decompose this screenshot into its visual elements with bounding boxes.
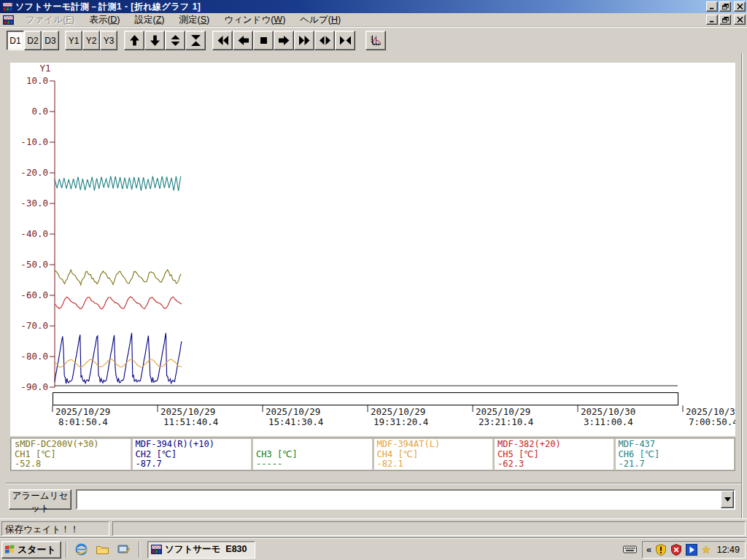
trace-ch2 <box>55 333 182 384</box>
stop-button[interactable] <box>253 31 274 50</box>
menu-s[interactable]: 測定(S) <box>172 12 217 28</box>
svg-text:-40.0: -40.0 <box>20 228 48 239</box>
shield-error-icon[interactable] <box>670 544 682 556</box>
menu-f[interactable]: ファイル(F) <box>18 12 82 28</box>
svg-text:2025/10/29: 2025/10/29 <box>476 406 530 417</box>
svg-text:7:00:50.4: 7:00:50.4 <box>689 416 735 427</box>
status-panel-secondary <box>112 521 746 536</box>
client-area: Y110.00.0-10.0-20.0-30.0-40.0-50.0-60.0-… <box>0 53 747 518</box>
legend-name: sMDF-DC200V(+30) <box>15 440 128 450</box>
child-close-button[interactable] <box>734 15 746 25</box>
legend-value: -62.3 <box>498 459 611 470</box>
star-icon[interactable]: ★ <box>701 543 711 556</box>
folder-icon[interactable] <box>96 542 110 557</box>
app-icon <box>2 1 13 12</box>
window-title: ソフトサーモ計測－計測1 - [折れ線グラフ 1] <box>15 1 706 13</box>
legend-cell-ch3: CH3 [℃]----- <box>253 439 372 470</box>
keyboard-icon[interactable] <box>623 545 637 555</box>
menu-w[interactable]: ウィンドウ(W) <box>217 12 293 28</box>
legend-value: -21.7 <box>619 459 732 470</box>
svg-text:2025/10/29: 2025/10/29 <box>160 406 215 417</box>
status-message: 保存ウェイト！！ <box>1 521 109 536</box>
alarm-combo-value[interactable] <box>77 491 721 508</box>
media-play-icon[interactable] <box>686 544 697 556</box>
trace-ch4 <box>55 359 182 368</box>
window-controls <box>706 1 746 12</box>
combo-dropdown-button[interactable] <box>721 491 734 508</box>
toolbar-button-y2[interactable]: Y2 <box>82 31 100 50</box>
legend-value: -82.1 <box>377 459 490 470</box>
up-arrow-button[interactable] <box>124 31 144 50</box>
minimize-button[interactable] <box>706 1 718 12</box>
skip-back-button[interactable] <box>212 31 233 50</box>
trace-ch6 <box>55 176 181 191</box>
menu-h[interactable]: ヘルプ(H) <box>293 12 348 28</box>
legend-value: -52.8 <box>15 459 128 470</box>
document-icon[interactable] <box>3 15 14 26</box>
svg-text:-70.0: -70.0 <box>20 320 48 331</box>
alarm-reset-button[interactable]: アラームリセット <box>9 489 71 510</box>
menu-z[interactable]: 設定(Z) <box>128 12 172 28</box>
shield-warning-icon[interactable] <box>655 544 667 556</box>
legend-name: MDF-437 <box>619 440 732 450</box>
quick-launch <box>71 542 134 557</box>
legend-channel: CH4 [℃] <box>377 450 490 460</box>
svg-text:0.0: 0.0 <box>31 106 48 117</box>
svg-text:3:11:00.4: 3:11:00.4 <box>584 416 633 427</box>
down-arrow-button[interactable] <box>144 31 165 50</box>
graph-button[interactable] <box>365 31 386 50</box>
step-back-button[interactable] <box>233 31 253 50</box>
windows-flag-icon <box>4 545 15 554</box>
svg-text:2025/10/30: 2025/10/30 <box>686 406 735 417</box>
system-tray: «★12:49 <box>642 541 746 559</box>
trace-ch1 <box>55 270 181 285</box>
menu-d[interactable]: 表示(D) <box>82 12 127 28</box>
toolbar-button-y3[interactable]: Y3 <box>100 31 117 50</box>
screen: ソフトサーモ計測－計測1 - [折れ線グラフ 1] ファイル(F)表示(D)設定… <box>0 0 747 560</box>
expand-horizontal-button[interactable] <box>314 31 335 50</box>
toolbar-button-d2[interactable]: D2 <box>24 31 42 50</box>
legend-name <box>256 440 369 450</box>
legend-value: -87.7 <box>136 459 249 470</box>
child-restore-button[interactable] <box>719 15 731 25</box>
line-graph-panel: Y110.00.0-10.0-20.0-30.0-40.0-50.0-60.0-… <box>10 63 735 436</box>
tray-area: «★12:49 <box>623 541 746 559</box>
svg-text:8:01:50.4: 8:01:50.4 <box>58 416 108 427</box>
legend-channel: CH3 [℃] <box>256 450 369 460</box>
close-button[interactable] <box>734 1 746 12</box>
svg-text:15:41:30.4: 15:41:30.4 <box>268 416 323 427</box>
restore-button[interactable] <box>719 1 731 12</box>
legend-channel: CH2 [℃] <box>136 450 249 460</box>
svg-text:10.0: 10.0 <box>26 75 48 86</box>
legend-channel: CH1 [℃] <box>15 450 128 460</box>
app-icon <box>151 544 162 555</box>
step-forward-button[interactable] <box>274 31 294 50</box>
show-desktop-icon[interactable] <box>117 542 131 557</box>
legend-name: MDF-394AT(L) <box>377 440 490 450</box>
child-minimize-button[interactable] <box>706 15 718 25</box>
channel-legend: sMDF-DC200V(+30)CH1 [℃]-52.8MDF-394(R)(+… <box>10 438 735 471</box>
alarm-combo[interactable] <box>76 489 735 510</box>
child-window-controls <box>706 15 746 25</box>
taskbar-app-label: ソフトサーモ E830 <box>165 543 247 556</box>
collapse-horizontal-button[interactable] <box>335 31 355 50</box>
toolbar: D1D2D3Y1Y2Y3 <box>0 27 747 53</box>
collapse-vertical-button[interactable] <box>185 31 206 50</box>
svg-text:-90.0: -90.0 <box>20 381 48 392</box>
toolbar-gap <box>206 40 212 41</box>
x-range-scrollbar[interactable] <box>53 393 678 405</box>
expand-vertical-button[interactable] <box>165 31 185 50</box>
skip-forward-button[interactable] <box>294 31 314 50</box>
tray-clock[interactable]: 12:49 <box>715 545 740 555</box>
start-button[interactable]: スタート <box>1 541 61 559</box>
svg-text:2025/10/30: 2025/10/30 <box>581 406 635 417</box>
toolbar-button-d1[interactable]: D1 <box>7 31 24 50</box>
y-axis-title: Y1 <box>39 63 50 74</box>
svg-text:-50.0: -50.0 <box>20 259 48 270</box>
toolbar-button-d3[interactable]: D3 <box>42 31 59 50</box>
ie-icon[interactable] <box>74 542 89 557</box>
taskbar-app-button[interactable]: ソフトサーモ E830 <box>147 541 255 559</box>
chevron-left-icon[interactable]: « <box>646 544 651 555</box>
svg-text:11:51:40.4: 11:51:40.4 <box>163 416 218 427</box>
toolbar-button-y1[interactable]: Y1 <box>65 31 82 50</box>
